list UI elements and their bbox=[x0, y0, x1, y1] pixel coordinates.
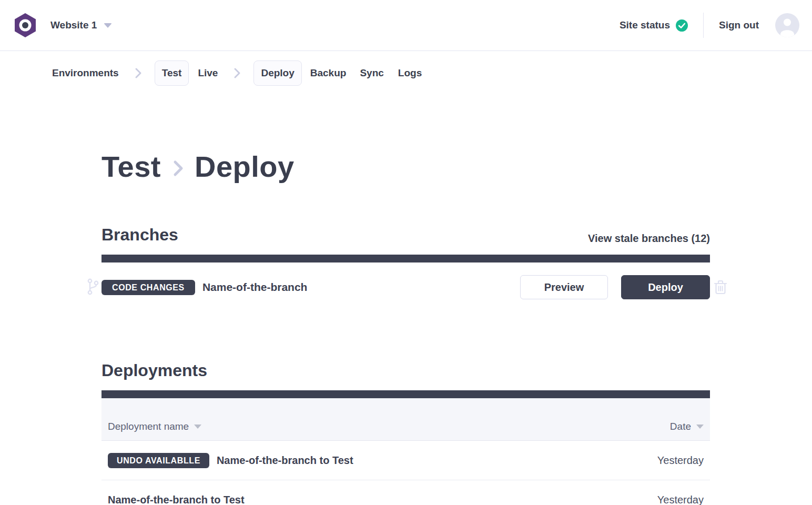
column-header-date[interactable]: Date bbox=[670, 421, 704, 432]
deployments-table-header: Deployment name Date bbox=[102, 398, 710, 441]
nav-env-test[interactable]: Test bbox=[155, 60, 189, 86]
chevron-down-icon[interactable] bbox=[104, 23, 112, 28]
deployment-date: Yesterday bbox=[657, 494, 704, 505]
deployments-divider-bar bbox=[102, 390, 710, 398]
page-title-environment: Test bbox=[102, 149, 161, 184]
site-switcher[interactable]: Website 1 bbox=[50, 19, 97, 31]
deployments-heading: Deployments bbox=[102, 361, 207, 380]
nav-tab-sync[interactable]: Sync bbox=[360, 67, 383, 79]
chevron-right-icon bbox=[234, 67, 241, 79]
chevron-right-icon bbox=[135, 67, 142, 79]
header-divider bbox=[703, 13, 704, 38]
branches-divider-bar bbox=[102, 255, 710, 262]
sort-caret-down-icon bbox=[194, 425, 201, 429]
preview-button[interactable]: Preview bbox=[520, 275, 608, 299]
top-bar: Website 1 Site status Sign out bbox=[0, 0, 812, 51]
git-branch-icon bbox=[87, 278, 99, 295]
deployment-name: Name-of-the-branch to Test bbox=[217, 454, 353, 467]
sort-caret-down-icon bbox=[696, 425, 704, 429]
deployment-row[interactable]: Name-of-the-branch to Test Yesterday bbox=[102, 480, 710, 505]
nav-tab-backup[interactable]: Backup bbox=[310, 67, 347, 79]
app-logo-icon[interactable] bbox=[13, 13, 38, 38]
nav-tab-logs[interactable]: Logs bbox=[398, 67, 422, 79]
branches-section: Branches View stale branches (12) CODE C… bbox=[102, 225, 710, 299]
deployments-table: Deployment name Date UNDO AVAILABLLE Nam… bbox=[102, 398, 710, 505]
nav-tab-deploy[interactable]: Deploy bbox=[253, 60, 301, 86]
page-title-section: Deploy bbox=[195, 149, 295, 184]
view-stale-branches-link[interactable]: View stale branches (12) bbox=[588, 233, 710, 245]
deployment-date: Yesterday bbox=[657, 454, 704, 467]
code-changes-badge: CODE CHANGES bbox=[102, 280, 195, 295]
sign-out-button[interactable]: Sign out bbox=[719, 19, 759, 31]
deployments-section: Deployments Deployment name Date UNDO AV… bbox=[102, 361, 710, 505]
branch-name: Name-of-the-branch bbox=[202, 281, 308, 294]
deployment-row[interactable]: UNDO AVAILABLLE Name-of-the-branch to Te… bbox=[102, 441, 710, 480]
nav-environments[interactable]: Environments bbox=[52, 67, 119, 79]
deploy-button[interactable]: Deploy bbox=[621, 275, 710, 299]
trash-icon[interactable] bbox=[714, 279, 727, 295]
nav-env-live[interactable]: Live bbox=[198, 67, 218, 79]
user-avatar-icon[interactable] bbox=[775, 13, 799, 37]
check-circle-icon bbox=[670, 19, 688, 32]
chevron-right-icon bbox=[172, 159, 184, 177]
deployment-name: Name-of-the-branch to Test bbox=[108, 494, 245, 505]
branches-heading: Branches bbox=[102, 225, 178, 245]
branch-row: CODE CHANGES Name-of-the-branch Preview … bbox=[102, 275, 710, 299]
site-status-label[interactable]: Site status bbox=[620, 19, 670, 31]
column-header-deployment-name[interactable]: Deployment name bbox=[108, 421, 201, 432]
undo-available-badge: UNDO AVAILABLLE bbox=[108, 453, 209, 468]
environment-nav: Environments Test Live Deploy Backup Syn… bbox=[0, 51, 812, 95]
page-title: Test Deploy bbox=[102, 149, 710, 184]
main-content: Test Deploy Branches View stale branches… bbox=[0, 95, 812, 505]
